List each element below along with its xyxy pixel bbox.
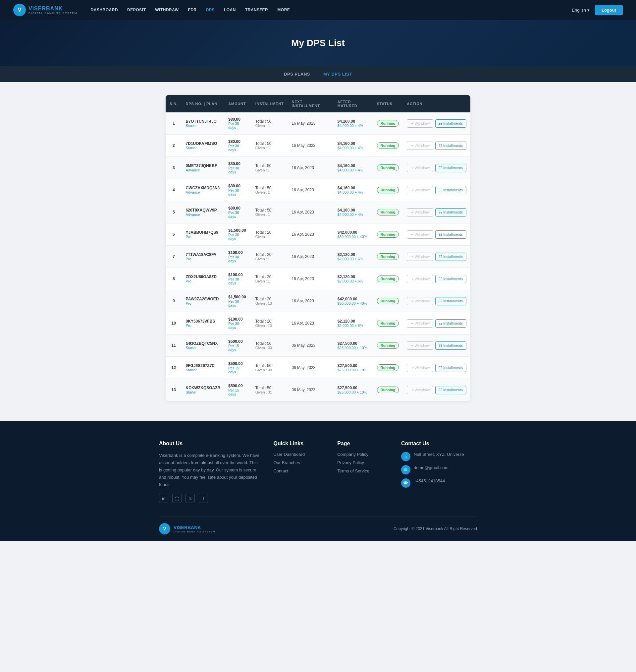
page-title: My DPS List <box>291 38 345 49</box>
installments-button[interactable]: ☷ Installments <box>435 164 466 172</box>
nav-right: English ▾ Logout <box>572 5 623 15</box>
page-link[interactable]: Company Policy <box>337 452 388 457</box>
withdraw-button[interactable]: ⇥ Withdraw <box>407 364 433 372</box>
page-link[interactable]: Privacy Policy <box>337 460 388 465</box>
table-row: 5 626T8XAQWV9P Advance $80.00 Per 30 day… <box>166 201 470 224</box>
row-amount: $80.00 Per 30 days <box>224 157 252 179</box>
row-sn: 10 <box>166 312 182 334</box>
nav-link-dps[interactable]: DPS <box>206 7 215 12</box>
instagram-icon[interactable]: ◯ <box>172 494 181 503</box>
footer-logo: V VISERBANK DIGITAL BANKING SYSTEM <box>159 523 215 534</box>
withdraw-button[interactable]: ⇥ Withdraw <box>407 186 433 194</box>
table-body: 1 B7OTTUNJT4JO Starter $80.00 Per 30 day… <box>166 112 470 401</box>
nav-link-fdr[interactable]: FDR <box>188 7 197 12</box>
row-after-matured: $2,120.00 $2,000.00 + 6% <box>334 268 373 290</box>
quick-link[interactable]: Our Branches <box>273 460 324 465</box>
col-header-status: STATUS <box>373 95 403 112</box>
row-dps-info: PAW9ZA28WOED Pro <box>182 290 224 312</box>
installments-button[interactable]: ☷ Installments <box>435 364 466 372</box>
row-status: Running <box>373 357 403 379</box>
quick-link[interactable]: User Dashboard <box>273 452 324 457</box>
row-installment: Total : 50 Given : 1 <box>252 201 288 224</box>
withdraw-button[interactable]: ⇥ Withdraw <box>407 342 433 350</box>
installments-button[interactable]: ☷ Installments <box>435 208 466 216</box>
facebook-icon[interactable]: f <box>199 494 208 503</box>
table-row: 4 CWCZAXMDQ3N3 Advance $80.00 Per 30 day… <box>166 179 470 201</box>
table-row: 8 ZDX2U86GA8ZD Pro $100.00 Per 30 days T… <box>166 268 470 290</box>
nav-link-deposit[interactable]: DEPOSIT <box>127 7 146 12</box>
col-header-next-installment: NEXT INSTALLMENT <box>287 95 333 112</box>
page-links-title: Page <box>337 441 388 446</box>
row-installment: Total : 50 Given : 30 <box>252 357 288 379</box>
row-dps-info: B7OTTUNJT4JO Starter <box>182 112 224 135</box>
linkedin-icon[interactable]: in <box>159 494 168 503</box>
tab-dps-plans[interactable]: DPS PLANS <box>284 72 310 77</box>
nav-link-dashboard[interactable]: DASHBOARD <box>91 7 118 12</box>
withdraw-button[interactable]: ⇥ Withdraw <box>407 386 433 394</box>
quick-link[interactable]: Contact <box>273 468 324 474</box>
table-row: 2 7D1UOKVF8JSO Starter $80.00 Per 30 day… <box>166 135 470 157</box>
status-badge: Running <box>377 364 399 371</box>
withdraw-button[interactable]: ⇥ Withdraw <box>407 164 433 172</box>
row-sn: 5 <box>166 201 182 224</box>
installments-button[interactable]: ☷ Installments <box>435 141 466 150</box>
social-links: in ◯ 𝕏 f <box>159 494 260 503</box>
row-status: Running <box>373 268 403 290</box>
row-installment: Total : 50 Given : 1 <box>252 157 288 179</box>
row-amount: $1,500.00 Per 30 days <box>224 224 252 246</box>
footer: About Us Viserbank is a complete e-Banki… <box>0 421 636 541</box>
withdraw-button[interactable]: ⇥ Withdraw <box>407 141 433 150</box>
withdraw-button[interactable]: ⇥ Withdraw <box>407 119 433 128</box>
status-badge: Running <box>377 120 399 127</box>
withdraw-button[interactable]: ⇥ Withdraw <box>407 275 433 283</box>
address-icon: ⌂ <box>401 452 411 461</box>
row-installment: Total : 20 Given : 1 <box>252 268 288 290</box>
installments-button[interactable]: ☷ Installments <box>435 297 466 305</box>
logo-title: VISERBANK <box>28 6 78 12</box>
installments-button[interactable]: ☷ Installments <box>435 319 466 328</box>
row-after-matured: $2,120.00 $2,000.00 + 6% <box>334 312 373 334</box>
nav-link-loan[interactable]: LOAN <box>224 7 236 12</box>
row-amount: $100.00 Per 30 days <box>224 268 252 290</box>
row-dps-info: 0KY50673VFBS Pro <box>182 312 224 334</box>
withdraw-button[interactable]: ⇥ Withdraw <box>407 297 433 305</box>
withdraw-button[interactable]: ⇥ Withdraw <box>407 230 433 239</box>
row-after-matured: $4,160.00 $4,000.00 + 4% <box>334 179 373 201</box>
logout-button[interactable]: Logout <box>595 5 623 15</box>
nav-link-more[interactable]: MORE <box>277 7 290 12</box>
row-action: ⇥ Withdraw ☷ Installments <box>403 379 470 401</box>
nav-link-transfer[interactable]: TRANSFER <box>245 7 268 12</box>
installments-button[interactable]: ☷ Installments <box>435 186 466 194</box>
installments-button[interactable]: ☷ Installments <box>435 119 466 128</box>
withdraw-button[interactable]: ⇥ Withdraw <box>407 319 433 328</box>
installments-button[interactable]: ☷ Installments <box>435 275 466 283</box>
row-action: ⇥ Withdraw ☷ Installments <box>403 290 470 312</box>
row-amount: $80.00 Per 30 days <box>224 112 252 135</box>
dps-table: S.N.DPS NO. | PLANAMOUNTINSTALLMENTNEXT … <box>166 95 470 401</box>
footer-logo-title: VISERBANK <box>174 525 215 530</box>
row-installment: Total : 50 Given : 1 <box>252 179 288 201</box>
row-action: ⇥ Withdraw ☷ Installments <box>403 246 470 268</box>
withdraw-button[interactable]: ⇥ Withdraw <box>407 208 433 216</box>
installments-button[interactable]: ☷ Installments <box>435 342 466 350</box>
status-badge: Running <box>377 165 399 171</box>
twitter-icon[interactable]: 𝕏 <box>185 494 195 503</box>
language-selector[interactable]: English ▾ <box>572 7 590 13</box>
row-installment: Total : 20 Given : 1 <box>252 246 288 268</box>
status-badge: Running <box>377 142 399 149</box>
withdraw-button[interactable]: ⇥ Withdraw <box>407 253 433 261</box>
row-action: ⇥ Withdraw ☷ Installments <box>403 224 470 246</box>
row-action: ⇥ Withdraw ☷ Installments <box>403 179 470 201</box>
nav-logo[interactable]: V VISERBANK DIGITAL BANKING SYSTEM <box>13 4 78 16</box>
installments-button[interactable]: ☷ Installments <box>435 253 466 261</box>
installments-button[interactable]: ☷ Installments <box>435 230 466 239</box>
row-status: Running <box>373 201 403 224</box>
quick-links-title: Quick Links <box>273 441 324 446</box>
installments-button[interactable]: ☷ Installments <box>435 386 466 394</box>
page-link[interactable]: Terms of Service <box>337 468 388 474</box>
row-sn: 12 <box>166 357 182 379</box>
nav-link-withdraw[interactable]: WITHDRAW <box>155 7 179 12</box>
footer-bottom: V VISERBANK DIGITAL BANKING SYSTEM Copyr… <box>159 516 477 541</box>
tab-my-dps-list[interactable]: MY DPS LIST <box>323 72 352 77</box>
phone-icon: ☎ <box>401 478 411 488</box>
